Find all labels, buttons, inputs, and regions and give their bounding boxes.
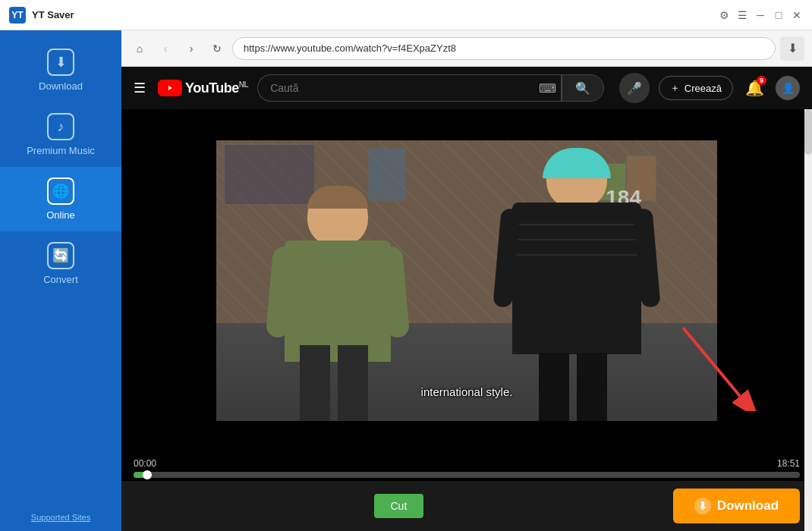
sidebar: ⬇ Download ♪ Premium Music 🌐 Online 🔄 Co…	[0, 30, 121, 531]
minimize-button[interactable]: ─	[754, 9, 766, 21]
download-icon: ⬇	[47, 49, 74, 76]
sidebar-label-premium-music: Premium Music	[27, 145, 95, 156]
progress-handle[interactable]	[143, 470, 152, 479]
yt-hamburger-icon[interactable]: ☰	[134, 80, 146, 96]
video-scene: 184	[216, 140, 717, 421]
youtube-header: ☰ YouTubeNL ⌨ 🔍 🎤	[121, 67, 812, 109]
download-btn-icon: ⬇	[694, 498, 711, 514]
time-current: 00:00	[134, 458, 156, 469]
download-button[interactable]: ⬇ Download	[673, 489, 800, 523]
forward-button[interactable]: ›	[181, 38, 202, 59]
close-button[interactable]: ✕	[791, 9, 803, 21]
titlebar: YT YT Saver ⚙ ☰ ─ □ ✕	[0, 0, 812, 30]
youtube-page: ☰ YouTubeNL ⌨ 🔍 🎤	[121, 67, 812, 531]
yt-notifications-button[interactable]: 🔔 9	[741, 74, 768, 102]
download-btn-label: Download	[717, 498, 779, 514]
yt-keyboard-icon[interactable]: ⌨	[534, 74, 562, 102]
logo-text: YT	[11, 10, 23, 20]
person-left	[262, 186, 414, 421]
scrollbar-track[interactable]	[804, 109, 812, 531]
sidebar-label-download: Download	[39, 80, 83, 92]
time-total: 18:51	[777, 458, 800, 469]
yt-search-button[interactable]: 🔍	[562, 74, 604, 102]
back-button[interactable]: ‹	[155, 38, 176, 59]
premium-music-icon: ♪	[47, 113, 74, 140]
yt-logo-icon	[158, 80, 182, 96]
yt-logo-text: YouTubeNL	[185, 80, 248, 96]
window-controls: ⚙ ☰ ─ □ ✕	[718, 9, 803, 21]
sidebar-item-online[interactable]: 🌐 Online	[0, 167, 121, 231]
browser-toolbar: ⌂ ‹ › ↻ ⬇	[121, 30, 812, 67]
yt-create-label: Creează	[685, 83, 722, 94]
home-button[interactable]: ⌂	[129, 38, 150, 59]
content-area: ⌂ ‹ › ↻ ⬇ ☰ YouTubeNL	[121, 30, 812, 531]
settings-icon[interactable]: ⚙	[718, 9, 730, 21]
yt-mic-button[interactable]: 🎤	[619, 73, 650, 103]
maximize-button[interactable]: □	[773, 9, 785, 21]
yt-notif-badge: 9	[757, 76, 766, 85]
yt-search-bar: ⌨ 🔍	[257, 74, 604, 102]
video-player[interactable]: 184	[121, 109, 812, 452]
sidebar-item-download[interactable]: ⬇ Download	[0, 38, 121, 102]
supported-sites-link[interactable]: Supported Sites	[22, 504, 99, 531]
sidebar-item-convert[interactable]: 🔄 Convert	[0, 231, 121, 296]
refresh-button[interactable]: ↻	[206, 38, 228, 59]
url-bar[interactable]	[232, 37, 776, 60]
video-thumbnail: 184	[216, 140, 717, 421]
yt-create-button[interactable]: ＋ Creează	[659, 76, 733, 100]
browser-download-icon[interactable]: ⬇	[780, 36, 804, 61]
yt-search-input[interactable]	[257, 74, 534, 102]
app-logo: YT	[9, 7, 26, 24]
app-title: YT Saver	[32, 9, 718, 20]
sidebar-label-convert: Convert	[43, 274, 78, 285]
time-row: 00:00 18:51	[134, 458, 800, 469]
online-icon: 🌐	[47, 178, 74, 205]
sidebar-label-online: Online	[46, 209, 75, 221]
yt-header-actions: ＋ Creează 🔔 9 👤	[659, 74, 800, 102]
yt-logo: YouTubeNL	[158, 80, 248, 96]
app-body: ⬇ Download ♪ Premium Music 🌐 Online 🔄 Co…	[0, 30, 812, 531]
cut-button[interactable]: Cut	[374, 494, 424, 518]
yt-plus-icon: ＋	[670, 81, 680, 95]
video-subtitle: international style.	[421, 385, 513, 398]
video-controls: 00:00 18:51	[121, 452, 812, 481]
action-bar: Cut ⬇ Download	[121, 481, 812, 531]
yt-user-avatar[interactable]: 👤	[776, 76, 800, 100]
progress-bar[interactable]	[134, 472, 800, 478]
person-right	[497, 148, 656, 421]
menu-icon[interactable]: ☰	[736, 9, 748, 21]
sidebar-item-premium-music[interactable]: ♪ Premium Music	[0, 102, 121, 167]
convert-icon: 🔄	[47, 242, 74, 269]
scrollbar-thumb[interactable]	[804, 109, 812, 155]
